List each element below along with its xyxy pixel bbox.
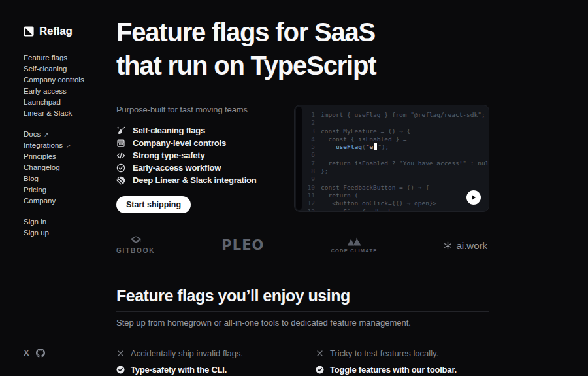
feature-label: Strong type-safety — [133, 150, 205, 160]
sidebar-item-company-controls[interactable]: Company controls — [24, 75, 115, 86]
code-line: 12 <button onClick={() ⇒ open}> — [304, 199, 485, 207]
code-line: 2 — [304, 119, 485, 127]
benefit: Toggle features with our toolbar. — [316, 364, 508, 375]
hero-title-line2: that run on TypeScript — [116, 51, 376, 80]
building-icon — [116, 139, 125, 148]
comparison-column-1: Accidentally ship invalid flags. Type-sa… — [116, 347, 316, 375]
broom-icon — [116, 126, 125, 135]
sidebar-item-company[interactable]: Company — [24, 196, 115, 207]
code-line: 6 — [304, 151, 485, 159]
sidebar-item-sign-in[interactable]: Sign in — [24, 216, 115, 228]
sidebar-item-sign-up[interactable]: Sign up — [24, 228, 115, 239]
x-mark-icon — [316, 349, 324, 358]
line-number: 4 — [304, 135, 315, 143]
sidebar-item-early-access[interactable]: Early-access — [24, 86, 115, 97]
line-number: 3 — [304, 128, 315, 135]
feature-list: Self-cleaning flags Company-level contro… — [116, 124, 299, 186]
nav-auth: Sign inSign up — [24, 216, 115, 239]
feature-label: Deep Linear & Slack integration — [133, 175, 257, 185]
nav-secondary: Docs↗Integrations↗PrinciplesChangelogBlo… — [24, 129, 115, 207]
hero-title-line1: Feature flags for SaaS — [116, 18, 375, 46]
section-subtitle: Step up from homegrown or all-in-one too… — [116, 318, 411, 328]
codeclimate-icon — [346, 237, 362, 246]
benefit: Type-safety with the CLI. — [116, 364, 316, 375]
sidebar-item-changelog[interactable]: Changelog — [24, 162, 115, 173]
nav-primary: Feature flagsSelf-cleaningCompany contro… — [24, 52, 115, 119]
benefit-text: Toggle features with our toolbar. — [330, 365, 457, 375]
sidebar: Reflag Feature flagsSelf-cleaningCompany… — [24, 25, 115, 239]
x-twitter-icon[interactable]: X — [24, 349, 29, 358]
logo-codeclimate: CODE CLIMATE — [331, 237, 377, 254]
pain-point-text: Accidentally ship invalid flags. — [131, 349, 243, 358]
feature-company-controls: Company-level controls — [116, 137, 299, 149]
code-cursor — [374, 143, 377, 150]
start-shipping-button[interactable]: Start shipping — [116, 196, 191, 213]
sidebar-item-pricing[interactable]: Pricing — [24, 184, 115, 196]
code-line: 10const FeedbackButton = () ⇒ { — [304, 184, 485, 192]
line-number: 7 — [304, 160, 315, 167]
feature-early-access: Early-access workflow — [116, 162, 299, 174]
logo-aiwork: ai.work — [444, 240, 487, 251]
sidebar-item-principles[interactable]: Principles — [24, 151, 115, 162]
github-icon[interactable] — [36, 349, 45, 358]
section-title: Feature flags you’ll enjoy using — [116, 286, 350, 305]
codeclimate-wordmark: CODE CLIMATE — [331, 248, 377, 254]
line-number: 6 — [304, 151, 315, 159]
code-fn: useFlag — [336, 143, 362, 150]
code-line: 8}; — [304, 167, 485, 175]
feature-label: Early-access workflow — [133, 163, 221, 173]
code-lines: 1import { useFlag } from "@reflag/react-… — [304, 111, 485, 212]
check-circle-filled-icon — [316, 366, 324, 374]
logo-gitbook: GITBOOK — [116, 236, 155, 254]
code-str: "e — [366, 143, 373, 150]
line-number: 10 — [304, 184, 315, 192]
code-line: 11 return ( — [304, 192, 485, 199]
sidebar-item-integrations[interactable]: Integrations↗ — [24, 140, 115, 151]
sidebar-item-docs[interactable]: Docs↗ — [24, 129, 115, 140]
reflag-landing-page: Reflag Feature flagsSelf-cleaningCompany… — [0, 0, 588, 376]
line-number: 12 — [304, 199, 315, 207]
pain-point: Tricky to test features locally. — [316, 347, 508, 359]
line-number: 8 — [304, 167, 315, 175]
feature-self-cleaning: Self-cleaning flags — [116, 124, 299, 137]
benefit-text: Type-safety with the CLI. — [131, 365, 227, 375]
sidebar-item-launchpad[interactable]: Launchpad — [24, 97, 115, 108]
linear-icon — [116, 176, 125, 185]
external-link-arrow-icon: ↗ — [66, 143, 71, 149]
play-button[interactable] — [466, 190, 481, 205]
section-divider — [116, 311, 489, 312]
aiwork-asterisk-icon — [444, 241, 452, 250]
external-link-arrow-icon: ↗ — [44, 131, 49, 138]
code-line: 7 return isEnabled ? "You have access!" … — [304, 160, 485, 167]
feature-label: Self-cleaning flags — [133, 126, 205, 135]
social-links: X — [24, 349, 45, 358]
line-number: 1 — [304, 111, 315, 119]
comparison-column-2: Tricky to test features locally. Toggle … — [316, 347, 508, 375]
code-line: 4 const { isEnabled } = — [304, 135, 485, 143]
comparison-grid: Accidentally ship invalid flags. Type-sa… — [116, 347, 508, 375]
code-editor-gutter — [296, 107, 302, 210]
x-mark-icon — [116, 349, 125, 358]
reflag-logo-icon — [24, 26, 34, 37]
line-number: 13 — [304, 208, 315, 212]
feature-linear-slack: Deep Linear & Slack integration — [116, 174, 299, 186]
code-brackets-icon — [116, 151, 125, 160]
sidebar-item-self-cleaning[interactable]: Self-cleaning — [24, 63, 115, 75]
check-circle-icon — [116, 163, 125, 173]
sidebar-item-feature-flags[interactable]: Feature flags — [24, 52, 115, 63]
hero-subtitle: Purpose-built for fast moving teams — [116, 105, 299, 114]
play-icon — [470, 194, 477, 201]
brand-name: Reflag — [39, 25, 73, 38]
brand-logo[interactable]: Reflag — [24, 25, 115, 38]
aiwork-wordmark: ai.work — [456, 240, 487, 251]
code-line: 5 useFlag("e"); — [304, 143, 485, 151]
pain-point: Accidentally ship invalid flags. — [116, 347, 316, 359]
sidebar-item-blog[interactable]: Blog — [24, 173, 115, 184]
code-line: 1import { useFlag } from "@reflag/react-… — [304, 111, 485, 119]
code-line: 3const MyFeature = () ⇒ { — [304, 128, 485, 135]
pain-point-text: Tricky to test features locally. — [330, 349, 438, 358]
sidebar-item-linear-slack[interactable]: Linear & Slack — [24, 108, 115, 119]
line-number: 5 — [304, 143, 315, 151]
customer-logos-row: GITBOOK PLEO CODE CLIMATE ai.work — [116, 229, 487, 262]
gitbook-wordmark: GITBOOK — [116, 247, 155, 254]
